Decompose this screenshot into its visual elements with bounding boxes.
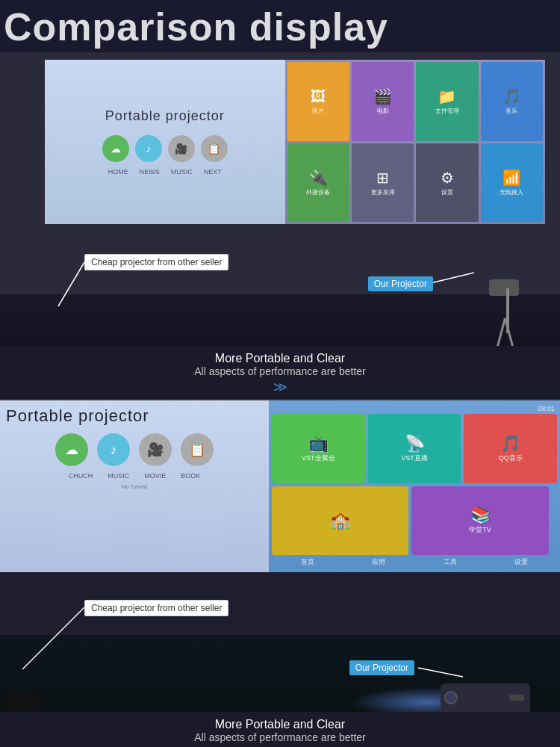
proj-title-bottom: Portable projector — [6, 406, 149, 426]
section-top: Portable projector ☁ ♪ 🎥 📋 HOME NEWS MUS… — [0, 52, 560, 399]
projector-on-tripod — [489, 279, 519, 296]
app-row-1: 📺 VST全聚合 📡 VST直播 🎵 QQ音乐 — [272, 414, 557, 483]
app-tile-school: 🏫 — [272, 486, 408, 556]
screen-left-bottom: Portable projector ☁ ♪ 🎥 📋 CHUCH MUSIC M… — [0, 400, 269, 572]
icon-4: 📋 — [201, 135, 228, 162]
icon-b1: ☁ — [55, 433, 88, 466]
app-tile-qqmusic: 🎵 QQ音乐 — [464, 414, 557, 483]
win-tile-3: 📁文件管理 — [416, 62, 478, 141]
app-tile-vst: 📺 VST全聚合 — [272, 414, 365, 483]
caption-line2-bottom: All aspects of performance are better — [0, 731, 560, 743]
icons-grid-bottom: ☁ ♪ 🎥 📋 — [55, 433, 214, 466]
icon-1: ☁ — [102, 135, 129, 162]
icon-b2: ♪ — [97, 433, 130, 466]
icon-3: 🎥 — [168, 135, 195, 162]
nav-row-bottom: CHUCH MUSIC MOVIE BOOK — [69, 472, 201, 480]
win-tile-4: 🎵音乐 — [481, 62, 543, 141]
icon-2: ♪ — [135, 135, 162, 162]
caption-line2-top: All aspects of performance are better — [0, 365, 560, 377]
screen-left-part: Portable projector ☁ ♪ 🎥 📋 HOME NEWS MUS… — [45, 60, 285, 224]
cheap-label-top: Cheap projector from other seller — [84, 254, 228, 270]
caption-line1-top: More Portable and Clear — [0, 352, 560, 365]
section-caption-top: More Portable and Clear All aspects of p… — [0, 346, 560, 399]
section-caption-bottom: More Portable and Clear All aspects of p… — [0, 712, 560, 747]
screen-right-bottom: 08:01 📺 VST全聚合 📡 VST直播 🎵 QQ音乐 — [269, 400, 560, 572]
chevron-icon-top: ≫ — [0, 379, 560, 395]
app-tile-vstlive: 📡 VST直播 — [368, 414, 461, 483]
screen-bottom: Portable projector ☁ ♪ 🎥 📋 CHUCH MUSIC M… — [0, 400, 560, 572]
app-row-2: 🏫 📚 学堂TV — [272, 486, 557, 556]
win-tile-8: 📶无线接入 — [481, 143, 543, 223]
caption-line1-bottom: More Portable and Clear — [0, 718, 560, 731]
app-tile-xuetang: 📚 学堂TV — [411, 486, 548, 556]
our-projector-label-top: Our Projector — [368, 276, 433, 291]
projector-lens-bottom — [444, 691, 458, 704]
win-tile-7: ⚙设置 — [416, 143, 478, 223]
time-display: 08:01 — [272, 403, 557, 414]
icons-row-top: ☁ ♪ 🎥 📋 — [102, 135, 228, 162]
app-nav: 首页 应用 工具 设置 — [272, 555, 557, 569]
win-tile-1: 🖼照片 — [287, 62, 349, 141]
nav-row-bottom2: No Saved — [121, 483, 147, 490]
page-title: Comparison display — [4, 6, 549, 49]
section-bottom: Portable projector ☁ ♪ 🎥 📋 CHUCH MUSIC M… — [0, 399, 560, 747]
cheap-label-bottom: Cheap projector from other seller — [84, 600, 228, 616]
projector-port — [509, 695, 524, 701]
win-tile-5: 🔌外接设备 — [287, 143, 349, 223]
our-projector-label-bottom: Our Projector — [349, 660, 414, 675]
screen-right-part: 🖼照片 🎬电影 📁文件管理 🎵音乐 🔌外接设备 ⊞更多应用 ⚙设置 📶无线接入 — [285, 60, 545, 224]
screen-nav-top: HOME NEWS MUSIC NEXT — [108, 168, 222, 176]
proj-title-top: Portable projector — [105, 108, 225, 124]
icon-b4: 📋 — [181, 433, 214, 466]
screen-top: Portable projector ☁ ♪ 🎥 📋 HOME NEWS MUS… — [45, 60, 545, 224]
page-wrapper: Comparison display Portable projector ☁ … — [0, 0, 560, 747]
win-tile-2: 🎬电影 — [352, 62, 414, 141]
win-tile-6: ⊞更多应用 — [352, 143, 414, 223]
header: Comparison display — [0, 0, 560, 52]
icon-b3: 🎥 — [139, 433, 172, 466]
